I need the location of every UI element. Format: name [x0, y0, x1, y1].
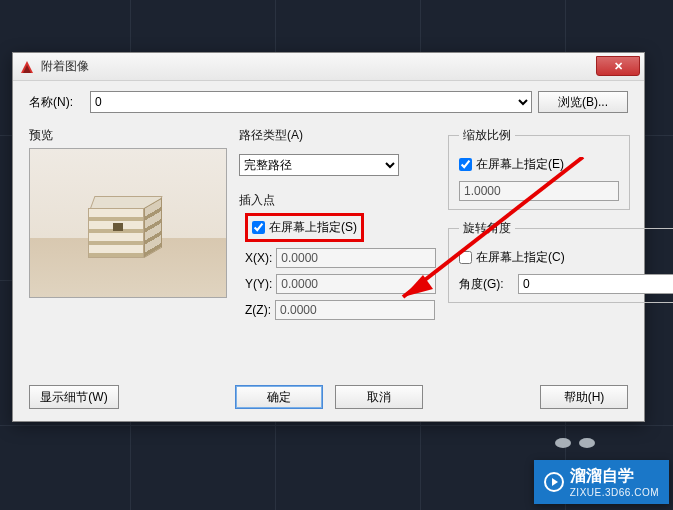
angle-input[interactable] — [518, 274, 673, 294]
name-select[interactable]: 0 — [90, 91, 532, 113]
preview-box — [29, 148, 227, 298]
insert-specify-label: 在屏幕上指定(S) — [269, 219, 357, 236]
caret-icon — [555, 438, 599, 454]
scale-specify-checkbox[interactable] — [459, 158, 472, 171]
insert-z-input[interactable] — [275, 300, 435, 320]
watermark-brand: 溜溜自学 — [570, 466, 659, 487]
angle-label: 角度(G): — [459, 276, 514, 293]
attach-image-dialog: 附着图像 ✕ 名称(N): 0 浏览(B)... 预览 — [12, 52, 645, 422]
name-label: 名称(N): — [29, 94, 84, 111]
scale-group: 缩放比例 在屏幕上指定(E) — [448, 127, 630, 210]
scale-legend: 缩放比例 — [459, 127, 515, 144]
titlebar: 附着图像 ✕ — [13, 53, 644, 81]
rotation-group: 旋转角度 在屏幕上指定(C) 角度(G): — [448, 220, 673, 303]
watermark: 溜溜自学 ZIXUE.3D66.COM — [534, 460, 669, 504]
preview-label: 预览 — [29, 127, 227, 144]
browse-button[interactable]: 浏览(B)... — [538, 91, 628, 113]
app-icon — [19, 59, 35, 75]
name-row: 名称(N): 0 浏览(B)... — [29, 91, 628, 113]
rotation-specify-checkbox[interactable] — [459, 251, 472, 264]
scale-specify-label: 在屏幕上指定(E) — [476, 156, 564, 173]
insert-point-label: 插入点 — [239, 192, 436, 209]
cancel-button[interactable]: 取消 — [335, 385, 423, 409]
insert-y-input[interactable] — [276, 274, 436, 294]
insert-x-label: X(X): — [245, 251, 272, 265]
rotation-specify-label: 在屏幕上指定(C) — [476, 249, 565, 266]
watermark-url: ZIXUE.3D66.COM — [570, 487, 659, 498]
show-details-button[interactable]: 显示细节(W) — [29, 385, 119, 409]
insert-specify-checkbox[interactable] — [252, 221, 265, 234]
close-icon: ✕ — [614, 60, 623, 72]
insert-y-label: Y(Y): — [245, 277, 272, 291]
preview-image — [30, 148, 226, 298]
preview-chest-icon — [88, 196, 164, 260]
path-type-select[interactable]: 完整路径 — [239, 154, 399, 176]
scale-input[interactable] — [459, 181, 619, 201]
insert-z-label: Z(Z): — [245, 303, 271, 317]
dialog-footer: 显示细节(W) 确定 取消 帮助(H) — [29, 385, 628, 409]
help-button[interactable]: 帮助(H) — [540, 385, 628, 409]
close-button[interactable]: ✕ — [596, 56, 640, 76]
rotation-legend: 旋转角度 — [459, 220, 515, 237]
play-logo-icon — [544, 472, 564, 492]
insert-x-input[interactable] — [276, 248, 436, 268]
path-type-label: 路径类型(A) — [239, 127, 436, 144]
insert-specify-highlight: 在屏幕上指定(S) — [245, 213, 364, 242]
dialog-title: 附着图像 — [41, 58, 89, 75]
ok-button[interactable]: 确定 — [235, 385, 323, 409]
